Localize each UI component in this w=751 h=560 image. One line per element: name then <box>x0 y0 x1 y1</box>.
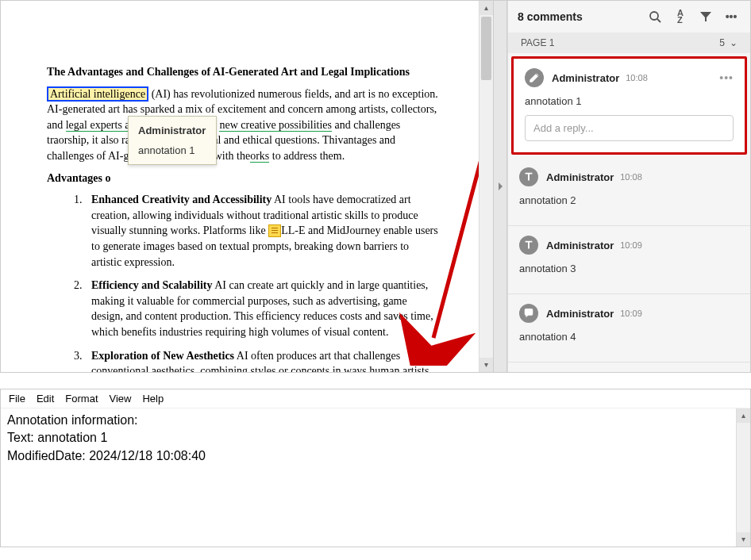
underline-annotation-2[interactable]: new creative possibilities <box>219 119 332 132</box>
comment-card[interactable]: Administrator10:08annotation 2 <box>508 158 750 226</box>
list-item: Enhanced Creativity and Accessibility AI… <box>85 192 439 270</box>
page-group-header[interactable]: PAGE 1 5 ⌄ <box>508 33 750 53</box>
list-item: Exploration of New Aesthetics AI often p… <box>85 348 439 373</box>
comment-type-icon <box>519 304 538 323</box>
menu-bar: FileEditFormatViewHelp <box>1 389 750 408</box>
info-line: ModifiedDate: 2024/12/18 10:08:40 <box>7 447 730 465</box>
highlight-annotation-1[interactable]: Artificial intelligence <box>47 86 148 102</box>
advantages-list: Enhanced Creativity and Accessibility AI… <box>85 192 439 372</box>
more-icon[interactable]: ••• <box>722 7 741 26</box>
comments-count-label: 8 comments <box>518 10 583 23</box>
search-icon[interactable] <box>645 7 664 26</box>
scroll-thumb[interactable] <box>481 17 491 80</box>
info-line: Annotation information: <box>7 412 730 429</box>
document-content: The Advantages and Challenges of AI-Gene… <box>1 1 479 372</box>
annotation-tooltip: Administrator annotation 1 <box>128 116 217 165</box>
info-line: Text: annotation 1 <box>7 429 730 447</box>
scroll-up-arrow[interactable]: ▴ <box>479 1 493 15</box>
comments-list[interactable]: Administrator10:08•••annotation 1Adminis… <box>508 53 750 372</box>
note-icon[interactable] <box>268 224 281 237</box>
reply-input[interactable] <box>525 115 734 141</box>
document-scrollbar[interactable]: ▴ ▾ <box>479 1 493 372</box>
comment-author: Administrator <box>546 171 614 183</box>
comment-type-icon <box>519 236 538 255</box>
tooltip-author: Administrator <box>138 125 206 136</box>
comment-time: 10:09 <box>620 309 642 318</box>
info-pane: FileEditFormatViewHelp Annotation inform… <box>0 389 751 547</box>
menu-edit[interactable]: Edit <box>37 393 54 405</box>
comment-text: annotation 1 <box>525 95 734 107</box>
chevron-down-icon: ⌄ <box>730 37 738 48</box>
page-label: PAGE 1 <box>521 37 554 48</box>
comment-text: annotation 3 <box>519 263 739 274</box>
document-viewer[interactable]: The Advantages and Challenges of AI-Gene… <box>1 1 479 372</box>
svg-point-1 <box>650 12 658 20</box>
comment-author: Administrator <box>546 308 614 320</box>
comment-time: 10:09 <box>620 240 642 250</box>
comment-text: annotation 2 <box>519 194 739 206</box>
menu-view[interactable]: View <box>110 393 132 405</box>
comment-time: 10:08 <box>626 73 648 82</box>
document-title: The Advantages and Challenges of AI-Gene… <box>47 64 439 80</box>
tooltip-text: annotation 1 <box>138 144 206 156</box>
underline-annotation-3[interactable]: orks <box>250 150 269 163</box>
menu-help[interactable]: Help <box>142 393 164 405</box>
info-scrollbar[interactable]: ▴ ▾ <box>736 408 750 547</box>
comment-time: 10:08 <box>620 172 642 182</box>
scroll-down-arrow[interactable]: ▾ <box>737 532 750 547</box>
comment-card[interactable]: Administrator10:08•••annotation 1 <box>511 56 747 155</box>
scroll-down-arrow[interactable]: ▾ <box>479 358 493 372</box>
comment-text: annotation 4 <box>519 331 739 343</box>
comment-type-icon <box>525 68 544 87</box>
filter-icon[interactable] <box>696 7 715 26</box>
sort-icon[interactable]: AZ <box>671 7 690 26</box>
intro-paragraph: Artificial intelligence (AI) has revolut… <box>47 86 439 164</box>
list-item: Efficiency and Scalability AI can create… <box>85 278 439 339</box>
top-pane: The Advantages and Challenges of AI-Gene… <box>0 0 751 373</box>
subheading: Advantages o <box>47 171 439 186</box>
menu-file[interactable]: File <box>9 393 25 405</box>
info-text-area[interactable]: Annotation information:Text: annotation … <box>1 408 736 547</box>
scroll-up-arrow[interactable]: ▴ <box>737 408 750 423</box>
comments-header: 8 comments AZ ••• <box>508 1 750 33</box>
page-comment-count: 5 <box>719 37 725 48</box>
menu-format[interactable]: Format <box>65 393 98 405</box>
comment-card[interactable]: Administrator10:09annotation 3 <box>508 226 750 294</box>
comment-menu-icon[interactable]: ••• <box>719 71 734 84</box>
comment-card[interactable]: Administrator10:09annotation 4 <box>508 294 750 362</box>
comment-type-icon <box>519 167 538 186</box>
panel-collapse-handle[interactable] <box>493 1 507 372</box>
comment-author: Administrator <box>546 240 614 251</box>
comment-author: Administrator <box>552 72 619 84</box>
svg-line-2 <box>657 19 660 22</box>
comments-panel: 8 comments AZ ••• PAGE 1 5 ⌄ Administrat… <box>507 1 750 372</box>
